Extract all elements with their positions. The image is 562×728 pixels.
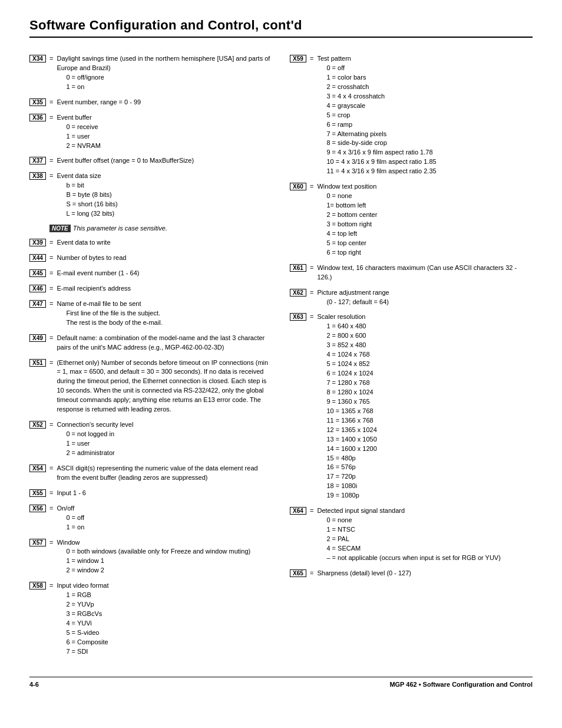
desc-sub-item: 17 = 720p — [317, 472, 376, 482]
description: On/off0 = off1 = on — [57, 504, 84, 532]
description: Default name: a combination of the model… — [57, 334, 272, 353]
entry-x47: X47=Name of e-mail file to be sentFirst … — [29, 299, 272, 328]
desc-main: Detected input signal standard — [317, 507, 405, 514]
desc-sub-item: 6 = Composite — [57, 638, 108, 647]
equals-sign: = — [310, 313, 313, 320]
desc-main: Name of e-mail file to be sent — [57, 300, 141, 307]
tag-x35: X35 — [29, 98, 46, 106]
tag-x59: X59 — [290, 55, 306, 62]
desc-main: Window — [57, 539, 80, 546]
desc-sub-item: 3 = bottom right — [317, 220, 377, 229]
tag-x56: X56 — [29, 505, 46, 512]
tag-x45: X45 — [29, 269, 46, 277]
equals-sign: = — [310, 55, 313, 62]
tag-x61: X61 — [290, 264, 306, 272]
left-column: X34=Daylight savings time (used in the n… — [29, 54, 272, 659]
equals-sign: = — [49, 254, 53, 261]
desc-sub-item: 2 = PAL — [317, 535, 500, 544]
desc-sub-item: 9 = 1360 x 765 — [317, 397, 376, 407]
description: Window text position0 = none1= bottom le… — [317, 182, 377, 258]
description: E-mail recipient's address — [57, 284, 131, 294]
equals-sign: = — [49, 489, 53, 496]
desc-sub-item: 3 = RGBcVs — [57, 610, 108, 619]
entry-x38: X38=Event data sizeb = bitB = byte (8 bi… — [29, 172, 272, 219]
equals-sign: = — [49, 465, 53, 472]
desc-main: Event buffer — [57, 114, 91, 121]
desc-main: Input 1 - 6 — [57, 489, 86, 496]
desc-sub-item: 0 = off/ignore — [57, 73, 272, 83]
desc-sub-item: – = not applicable (occurs when input is… — [317, 554, 500, 563]
desc-sub-item: 2 = bottom center — [317, 210, 377, 220]
equals-sign: = — [49, 359, 53, 366]
tag-x62: X62 — [290, 289, 306, 297]
desc-sub-item: 19 = 1080p — [317, 491, 376, 500]
desc-sub-item: 1 = user — [57, 132, 100, 141]
desc-sub-item: 8 = side-by-side crop — [317, 139, 436, 148]
entry-x55: X55=Input 1 - 6 — [29, 489, 272, 498]
equals-sign: = — [310, 183, 313, 190]
note-line: NOTEThis parameter is case sensitive. — [49, 225, 272, 232]
equals-sign: = — [49, 55, 53, 62]
desc-main: Window text, 16 characters maximum (Can … — [317, 264, 517, 281]
description: Window0 = both windows (available only f… — [57, 538, 250, 576]
desc-sub-item: 3 = 852 x 480 — [317, 341, 376, 350]
equals-sign: = — [49, 334, 53, 341]
desc-sub-item: 5 = crop — [317, 111, 436, 120]
description: Scaler resolution1 = 640 x 4802 = 800 x … — [317, 312, 376, 500]
tag-x60: X60 — [290, 183, 306, 190]
entry-x34: X34=Daylight savings time (used in the n… — [29, 54, 272, 92]
entry-x37: X37=Event buffer offset (range = 0 to Ma… — [29, 156, 272, 166]
desc-main: Sharpness (detail) level (0 - 127) — [317, 569, 411, 577]
description: Event number, range = 0 - 99 — [57, 98, 141, 107]
description: ASCII digit(s) representing the numeric … — [57, 464, 272, 483]
tag-x54: X54 — [29, 465, 46, 472]
desc-sub-item: 2 = 800 x 600 — [317, 331, 376, 341]
desc-sub-item: 2 = administrator — [57, 449, 133, 458]
equals-sign: = — [49, 269, 53, 276]
desc-sub-item: 7 = Alternating pixels — [317, 130, 436, 139]
desc-sub-item: 0 = none — [317, 516, 500, 525]
desc-sub-item: 4 = SECAM — [317, 544, 500, 554]
description: Event buffer offset (range = 0 to MaxBuf… — [57, 156, 194, 166]
equals-sign: = — [49, 505, 53, 512]
desc-sub-item: 11 = 1366 x 768 — [317, 416, 376, 426]
desc-sub-item: The rest is the body of the e-mail. — [57, 318, 162, 328]
note-text: This parameter is case sensitive. — [73, 225, 167, 232]
entry-x64: X64=Detected input signal standard0 = no… — [290, 506, 533, 563]
tag-x44: X44 — [29, 254, 46, 262]
desc-sub-item: 10 = 4 x 3/16 x 9 film aspect ratio 1.85 — [317, 157, 436, 167]
desc-sub-item: 0 = off — [317, 64, 436, 73]
description: Window text, 16 characters maximum (Can … — [317, 263, 533, 282]
equals-sign: = — [49, 157, 53, 164]
tag-x64: X64 — [290, 507, 306, 515]
desc-sub-item: 1 = user — [57, 439, 133, 449]
desc-sub-item: 15 = 480p — [317, 454, 376, 463]
entry-x46: X46=E-mail recipient's address — [29, 284, 272, 294]
desc-main: Daylight savings time (used in the north… — [57, 55, 270, 71]
desc-sub-item: 3 = 4 x 4 crosshatch — [317, 92, 436, 101]
desc-sub-item: b = bit — [57, 181, 117, 190]
description: Sharpness (detail) level (0 - 127) — [317, 569, 411, 578]
equals-sign: = — [49, 172, 53, 179]
desc-main: Connection's security level — [57, 421, 133, 428]
desc-sub-item: L = long (32 bits) — [57, 209, 117, 219]
desc-main: Event data to write — [57, 239, 110, 246]
description: Number of bytes to read — [57, 253, 126, 263]
desc-sub-item: 1 = color bars — [317, 73, 436, 83]
entry-x36: X36=Event buffer0 = receive1 = user2 = N… — [29, 113, 272, 151]
description: Detected input signal standard0 = none1 … — [317, 506, 500, 563]
tag-x51: X51 — [29, 359, 46, 367]
tag-x55: X55 — [29, 489, 46, 497]
entry-x49: X49=Default name: a combination of the m… — [29, 334, 272, 353]
desc-sub-item: 7 = SDI — [57, 647, 108, 657]
desc-sub-item: 8 = 1280 x 1024 — [317, 388, 376, 397]
equals-sign: = — [49, 239, 53, 246]
desc-sub-item: 1 = NTSC — [317, 525, 500, 535]
desc-main: Number of bytes to read — [57, 254, 126, 261]
desc-sub-item: 13 = 1400 x 1050 — [317, 435, 376, 444]
page: Software Configuration and Control, cont… — [0, 0, 562, 711]
equals-sign: = — [310, 569, 313, 577]
entry-x62: X62=Picture adjustment range(0 - 127; de… — [290, 288, 533, 307]
description: (Ethernet only) Number of seconds before… — [57, 358, 272, 415]
desc-sub-item: 2 = window 2 — [57, 566, 250, 575]
